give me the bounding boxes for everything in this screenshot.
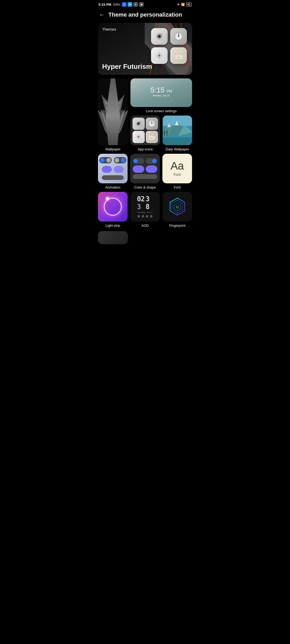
theme-clock-icon (170, 28, 187, 45)
aod-digit-3: 3 (137, 203, 144, 210)
m-icon: M (128, 2, 132, 7)
font-label: Font (174, 185, 181, 189)
svg-point-28 (101, 95, 102, 96)
lock-screen-label: Lock screen settings (130, 109, 192, 113)
ai-diamond-icon (133, 131, 145, 143)
status-left: 5:15 PM 120Hz G M ● ◆ (98, 2, 144, 7)
ai-camera-icon (133, 118, 145, 130)
themes-section-label: Themes (102, 27, 116, 31)
fingerprint-item[interactable]: Fingerprint (162, 192, 192, 227)
svg-rect-43 (151, 138, 153, 139)
color-shape-item[interactable]: Color & shape (130, 154, 160, 189)
svg-point-26 (112, 81, 114, 82)
svg-rect-42 (149, 136, 155, 140)
themes-current-name: Hyper Futurism (102, 63, 152, 71)
font-aa-display: Aa (170, 160, 184, 171)
ai-clock-icon (146, 118, 158, 130)
font-thumb-container: Aa Font (162, 154, 192, 183)
daily-wallpaper-item[interactable]: Daily Wallpaper (163, 116, 192, 151)
daily-wallpaper-thumb (163, 116, 192, 145)
fingerprint-thumb (162, 192, 192, 222)
partial-row (98, 230, 192, 244)
cs-toggle-2 (146, 158, 157, 164)
app-icons-label: App icons (138, 147, 153, 151)
status-bar: 5:15 PM 120Hz G M ● ◆ ✈ 📶 41 (94, 0, 196, 8)
partial-item-1[interactable] (98, 231, 128, 244)
svg-point-9 (158, 35, 159, 36)
theme-diamond-icon (151, 47, 168, 64)
app-icons-item[interactable]: App icons (130, 116, 160, 151)
google-icon: G (122, 2, 127, 7)
status-icons: G M ● ◆ (122, 2, 144, 7)
aod-digit-4: 8 (146, 203, 153, 210)
battery-indicator: 41 (186, 2, 192, 6)
svg-rect-11 (161, 34, 162, 35)
color-shape-label: Color & shape (134, 185, 156, 189)
svg-rect-32 (136, 122, 137, 123)
circle-icon: ● (133, 2, 138, 7)
aod-date: Monday, June 3 (138, 211, 152, 213)
lock-screen-thumb: 5:15 PM Monday, July 15 (130, 78, 192, 107)
light-strip-thumb (98, 192, 128, 222)
svg-point-62 (176, 206, 178, 208)
wallpaper-item[interactable]: Wallpaper (98, 78, 128, 151)
fingerprint-hex-icon (168, 197, 187, 216)
svg-point-41 (138, 136, 139, 138)
ai-folder-icon (146, 131, 158, 143)
svg-point-33 (140, 122, 141, 122)
themes-icons (151, 28, 187, 64)
svg-rect-10 (157, 34, 158, 35)
row-animation-font: Animation (98, 154, 192, 189)
svg-marker-58 (170, 198, 184, 215)
font-sub-label: Font (174, 172, 181, 177)
cs-bar (133, 174, 157, 179)
fingerprint-label: Fingerprint (169, 224, 185, 227)
status-right: ✈ 📶 41 (177, 2, 192, 6)
cs-btn-2 (146, 165, 157, 173)
airplane-icon: ✈ (177, 3, 180, 6)
svg-marker-61 (174, 204, 180, 210)
wifi-icon: 📶 (181, 3, 185, 6)
theme-folder-icon (170, 47, 187, 64)
cs-btn-1 (133, 165, 144, 173)
animation-item[interactable]: Animation (98, 154, 128, 189)
animation-thumb-container (98, 154, 128, 183)
light-strip-circle (104, 198, 122, 216)
aod-thumb-container: 02 3 3 8 Monday, June 3 (130, 192, 160, 222)
svg-point-31 (138, 123, 139, 124)
aod-digit-2: 3 (146, 196, 153, 202)
cs-toggle-1 (133, 158, 144, 164)
main-content: Themes Hyper Futurism (94, 23, 196, 249)
svg-point-19 (159, 55, 160, 56)
svg-marker-60 (174, 202, 181, 211)
wallpaper-thumb (98, 78, 128, 145)
status-time: 5:15 PM (98, 3, 111, 6)
svg-rect-51 (163, 137, 192, 145)
lock-time: 5:15 PM Monday, July 15 (150, 86, 172, 97)
app-icons-thumb (130, 116, 160, 145)
theme-camera-icon (151, 28, 168, 45)
back-button[interactable]: ← (99, 11, 105, 18)
status-hz: 120Hz (113, 3, 120, 6)
daily-wallpaper-label: Daily Wallpaper (166, 147, 189, 151)
aod-label: AOD (141, 224, 149, 227)
light-strip-label: Light strip (106, 224, 120, 227)
themes-icon-row-1 (151, 28, 187, 45)
font-item[interactable]: Aa Font Font (162, 154, 192, 189)
lock-screen-item[interactable]: 5:15 PM Monday, July 15 Lock screen sett… (130, 78, 192, 113)
animation-label: Animation (105, 185, 120, 189)
shield-icon: ◆ (139, 2, 144, 7)
wallpaper-label: Wallpaper (105, 147, 120, 151)
animation-visual (99, 157, 126, 180)
color-shape-thumb-container (130, 154, 160, 183)
aod-item[interactable]: 02 3 3 8 Monday, June 3 AOD (130, 192, 160, 227)
aod-digit-1: 02 (137, 196, 144, 202)
themes-card[interactable]: Themes Hyper Futurism (98, 23, 192, 75)
svg-rect-21 (177, 57, 180, 58)
aod-digits-display: 02 3 3 8 (137, 196, 153, 210)
page-header: ← Theme and personalization (94, 8, 196, 23)
row-lightstrip-fp: Light strip 02 3 3 8 Monday, June 3 (98, 192, 192, 227)
light-strip-item[interactable]: Light strip (98, 192, 128, 227)
page-title: Theme and personalization (108, 11, 182, 18)
aod-icons (137, 215, 153, 218)
